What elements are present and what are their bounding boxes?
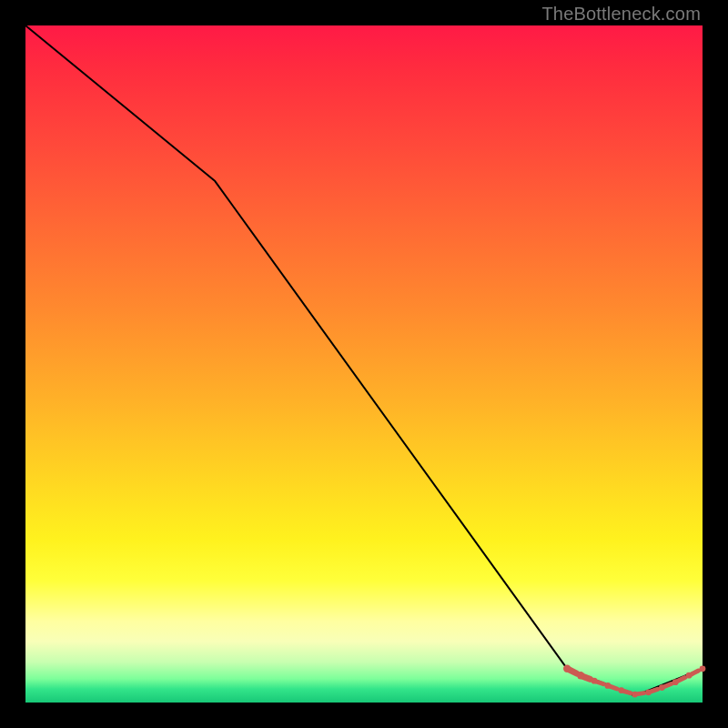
dash-segment [651,689,657,692]
dash-dot [618,687,624,693]
dash-dot [563,665,571,672]
dash-dot [577,672,584,679]
dash-dot [645,689,652,695]
dash-segment [597,682,603,684]
dash-dot [632,692,638,698]
dash-segment [638,693,644,694]
dash-segment [583,676,590,679]
dash-segment [678,678,685,682]
dash-layer [563,665,705,698]
curve-layer [25,25,703,696]
chart-stage: TheBottleneck.com [0,0,728,728]
dash-dot [604,682,611,689]
dash-segment [611,686,617,689]
dash-dot [672,679,679,685]
dash-segment [664,684,672,687]
dash-dot [700,665,706,672]
main-curve [25,25,703,696]
dash-dot [659,684,665,691]
chart-overlay [25,25,703,703]
dash-segment [624,692,631,693]
plot-area [25,25,703,703]
dash-dot [686,672,693,679]
watermark-text: TheBottleneck.com [541,4,701,25]
dash-dot [592,678,598,684]
dash-segment [570,670,577,673]
dash-segment [692,671,699,674]
